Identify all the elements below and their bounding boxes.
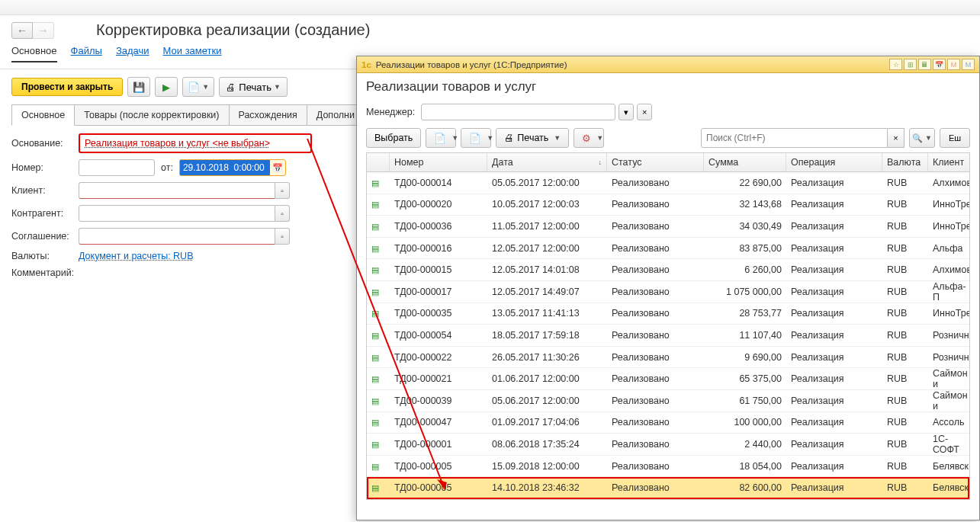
copy-button[interactable]: 📄▼ (461, 128, 491, 148)
col-currency[interactable]: Валюта (882, 153, 928, 171)
cell-date: 26.05.2017 11:30:26 (487, 352, 607, 363)
nav-tab-files[interactable]: Файлы (71, 45, 102, 62)
app-icon: 1c (361, 60, 371, 69)
cell-operation: Реализация (786, 396, 882, 406)
document-icon: ▤ (371, 440, 379, 449)
print-dd-button[interactable]: 🖨Печать▼ (496, 128, 569, 148)
client-select-button[interactable]: ▫ (275, 182, 290, 199)
date-input[interactable] (180, 160, 270, 175)
table-row[interactable]: ▤ТД00-00003611.05.2017 12:00:00Реализова… (367, 216, 969, 238)
nav-tab-main[interactable]: Основное (11, 45, 57, 62)
col-client[interactable]: Клиент (928, 153, 969, 171)
nav-back-button[interactable]: ← (11, 22, 33, 39)
tb-icon3[interactable]: 🖩 (918, 59, 931, 70)
cell-client: ИнноТрей (928, 308, 969, 319)
table-row[interactable]: ▤ТД00-00003513.05.2017 11:41:13Реализова… (367, 303, 969, 325)
agreement-input[interactable] (79, 228, 275, 245)
more-button[interactable]: Еш (940, 128, 970, 148)
post-button[interactable]: ▶ (155, 77, 178, 97)
table-row[interactable]: ▤ТД00-00001612.05.2017 12:00:00Реализова… (367, 238, 969, 260)
tb-icon2[interactable]: ⊞ (904, 59, 917, 70)
post-icon: ▶ (162, 82, 170, 93)
date-field[interactable]: 📅 (179, 159, 286, 176)
table-row[interactable]: ▤ТД00-00000108.06.2018 17:35:24Реализова… (367, 434, 969, 456)
table-row[interactable]: ▤ТД00-00001512.05.2017 14:01:08Реализова… (367, 259, 969, 281)
table-row[interactable]: ▤ТД00-00001712.05.2017 14:49:07Реализова… (367, 281, 969, 303)
osnovanie-link[interactable]: Реализация товаров и услуг <не выбран> (85, 138, 270, 149)
gear-icon: ⚙ (582, 133, 591, 144)
cell-number: ТД00-000016 (390, 243, 487, 254)
submit-and-close-button[interactable]: Провести и закрыть (11, 78, 123, 96)
create-button[interactable]: 📄▼ (426, 128, 456, 148)
form-tab-diff[interactable]: Расхождения (229, 104, 307, 125)
search-button[interactable]: 🔍▼ (909, 128, 935, 148)
cell-number: ТД00-000017 (390, 287, 487, 297)
cell-operation: Реализация (786, 461, 882, 472)
form-tab-goods[interactable]: Товары (после корректировки) (74, 104, 229, 125)
contragent-input[interactable] (79, 205, 275, 222)
table-row[interactable]: ▤ТД00-00003905.06.2017 12:00:00Реализова… (367, 390, 969, 412)
calendar-icon[interactable]: 📅 (270, 160, 285, 175)
client-input[interactable] (79, 182, 275, 199)
printer-icon: 🖨 (226, 82, 236, 93)
nav-forward-button[interactable]: → (33, 22, 54, 39)
cell-number: ТД00-000035 (390, 308, 487, 319)
cell-currency: RUB (882, 287, 928, 297)
search-clear-button[interactable]: × (888, 128, 904, 148)
table-row[interactable]: ▤ТД00-00002010.05.2017 12:00:03Реализова… (367, 194, 969, 216)
cell-client: 1С-СОФТ (928, 434, 969, 455)
cell-client: Саймон и (928, 390, 969, 412)
manager-input[interactable] (421, 104, 615, 120)
nav-tab-notes[interactable]: Мои заметки (163, 45, 222, 62)
create-based-on-button[interactable]: 📄▼ (182, 77, 214, 97)
manager-dropdown-button[interactable]: ▾ (619, 104, 634, 120)
table-row[interactable]: ▤ТД00-00005418.05.2017 17:59:18Реализова… (367, 325, 969, 347)
cell-sum: 22 690,00 (704, 178, 786, 188)
table-row[interactable]: ▤ТД00-00000514.10.2018 23:46:32Реализова… (367, 477, 969, 499)
table-row[interactable]: ▤ТД00-00000515.09.2018 12:00:00Реализова… (367, 456, 969, 478)
diskette-icon: 💾 (133, 82, 145, 93)
cell-status: Реализовано (607, 330, 704, 341)
client-label: Клиент: (11, 185, 79, 196)
cell-sum: 32 143,68 (704, 199, 786, 210)
cell-sum: 2 440,00 (704, 439, 786, 450)
col-number[interactable]: Номер (390, 153, 487, 171)
form-tab-main[interactable]: Основное (11, 104, 75, 126)
dialog-titlebar[interactable]: 1c Реализации товаров и услуг (1С:Предпр… (357, 56, 979, 73)
table-row[interactable]: ▤ТД00-00002226.05.2017 11:30:26Реализова… (367, 347, 969, 369)
select-button[interactable]: Выбрать (366, 128, 421, 148)
document-icon: ▤ (371, 287, 379, 296)
tb-icon1[interactable]: ☆ (889, 59, 902, 70)
save-button[interactable]: 💾 (127, 77, 150, 97)
cell-status: Реализовано (607, 352, 704, 363)
cell-currency: RUB (882, 352, 928, 363)
table-row[interactable]: ▤ТД00-00001405.05.2017 12:00:00Реализова… (367, 172, 969, 194)
table-row[interactable]: ▤ТД00-00004701.09.2017 17:04:06Реализова… (367, 412, 969, 434)
action-dd-button[interactable]: ⚙▼ (574, 128, 604, 148)
col-operation[interactable]: Операция (786, 153, 882, 171)
cell-status: Реализовано (607, 461, 704, 472)
contragent-select-button[interactable]: ▫ (275, 205, 290, 222)
cell-status: Реализовано (607, 243, 704, 254)
print-button[interactable]: 🖨Печать▼ (219, 77, 288, 97)
table-row[interactable]: ▤ТД00-00002101.06.2017 12:00:00Реализова… (367, 368, 969, 390)
col-date[interactable]: Дата↓ (487, 153, 607, 171)
search-input[interactable] (701, 128, 888, 148)
nav-tab-tasks[interactable]: Задачи (116, 45, 149, 62)
document-icon: ▤ (371, 178, 379, 187)
col-status[interactable]: Статус (607, 153, 704, 171)
agreement-select-button[interactable]: ▫ (275, 228, 290, 245)
agreement-label: Соглашение: (11, 231, 79, 242)
col-sum[interactable]: Сумма (704, 153, 786, 171)
number-input[interactable] (79, 159, 155, 176)
documents-table: Номер Дата↓ Статус Сумма Операция Валюта… (366, 152, 970, 500)
cell-status: Реализовано (607, 221, 704, 232)
manager-clear-button[interactable]: × (637, 104, 652, 120)
tb-icon-n[interactable]: M (962, 59, 975, 70)
tb-icon4[interactable]: 📅 (933, 59, 946, 70)
cell-status: Реализовано (607, 396, 704, 406)
cell-sum: 18 054,00 (704, 461, 786, 472)
currency-link[interactable]: Документ и расчеты: RUB (79, 251, 194, 261)
tb-icon-m[interactable]: M (947, 59, 960, 70)
cell-currency: RUB (882, 417, 928, 428)
